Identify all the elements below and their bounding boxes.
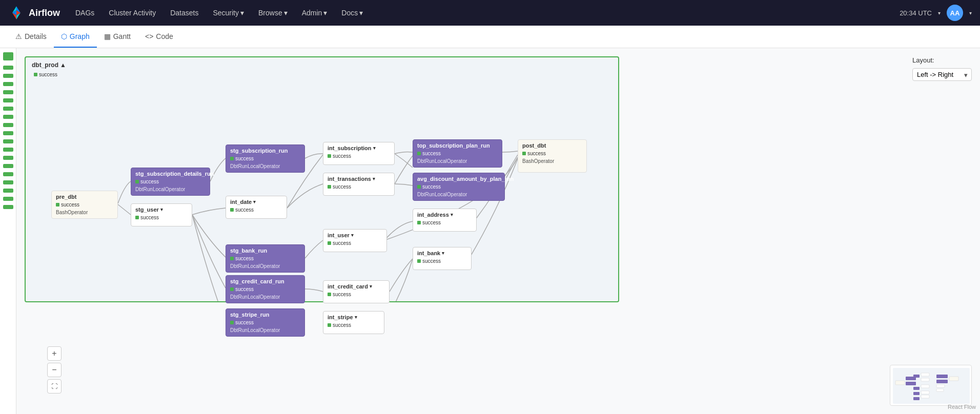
node-avg-discount-run[interactable]: avg_discount_amount_by_plan_run success … xyxy=(413,173,505,201)
nav-time: 20:34 UTC xyxy=(900,9,932,17)
layout-select[interactable]: Left -> Right Top -> Bottom xyxy=(912,68,972,81)
node-stg-sub-details-dot xyxy=(135,180,139,183)
svg-rect-23 xyxy=(936,389,944,391)
int-bank-chevron-icon: ▾ xyxy=(442,251,444,256)
sidebar-item-2[interactable] xyxy=(3,74,13,78)
browse-chevron-icon: ▾ xyxy=(284,9,288,17)
int-trans-chevron-icon: ▾ xyxy=(373,176,375,181)
node-stg-user[interactable]: stg_user ▾ success xyxy=(131,203,192,226)
node-int-address[interactable]: int_address ▾ success xyxy=(413,209,477,232)
tab-code[interactable]: <> Code xyxy=(138,26,180,48)
layout-select-wrap[interactable]: Left -> Right Top -> Bottom xyxy=(912,68,972,81)
airflow-logo-icon xyxy=(8,5,25,21)
user-avatar[interactable]: AA xyxy=(947,5,963,21)
group-status: success xyxy=(34,72,57,77)
sidebar-item-0[interactable] xyxy=(3,52,13,60)
sidebar-item-3[interactable] xyxy=(3,82,13,86)
admin-chevron-icon: ▾ xyxy=(323,9,327,17)
node-stg-credit-card-run[interactable]: stg_credit_card_run success DbtRunLocalO… xyxy=(226,275,305,303)
svg-rect-10 xyxy=(921,378,929,381)
edge-stg-user-stg-bank xyxy=(192,215,226,257)
edges-svg xyxy=(26,57,618,301)
edge-int-date-int-transactions xyxy=(287,184,323,208)
int-sub-chevron-icon: ▾ xyxy=(373,146,376,151)
sidebar-item-14[interactable] xyxy=(3,172,13,176)
nav-dags[interactable]: DAGs xyxy=(70,7,99,19)
node-top-sub-plan-run[interactable]: top_subscription_plan_run success DbtRun… xyxy=(413,139,502,168)
sidebar-item-11[interactable] xyxy=(3,148,13,152)
edge-stg-user-stg-credit xyxy=(192,215,226,288)
node-int-credit-card[interactable]: int_credit_card ▾ success xyxy=(323,280,390,303)
int-user-chevron-icon: ▾ xyxy=(351,233,354,238)
node-int-date[interactable]: int_date ▾ success xyxy=(226,196,287,219)
sidebar-item-4[interactable] xyxy=(3,90,13,94)
node-int-stripe[interactable]: int_stripe ▾ success xyxy=(323,311,384,334)
edge-stg-user-int-date xyxy=(192,208,226,215)
node-int-user[interactable]: int_user ▾ success xyxy=(323,229,387,252)
gantt-icon: ▦ xyxy=(104,32,111,40)
node-int-subscription[interactable]: int_subscription ▾ success xyxy=(323,142,395,165)
svg-rect-15 xyxy=(906,382,916,385)
sidebar-item-8[interactable] xyxy=(3,123,13,127)
sidebar-item-7[interactable] xyxy=(3,115,13,119)
tab-gantt[interactable]: ▦ Gantt xyxy=(97,26,138,48)
group-label: dbt_prod ▲ xyxy=(32,61,66,69)
svg-rect-7 xyxy=(895,381,905,385)
svg-rect-18 xyxy=(913,392,920,395)
security-chevron-icon: ▾ xyxy=(240,9,244,17)
layout-label: Layout: xyxy=(912,56,972,64)
edge-stg-sub-details-stg-sub-run xyxy=(210,158,226,181)
edge-pre-stg-user xyxy=(118,204,131,215)
details-icon: ⚠ xyxy=(15,32,22,40)
nav-admin[interactable]: Admin ▾ xyxy=(297,7,333,19)
sidebar-item-17[interactable] xyxy=(3,197,13,201)
sub-tabs: ⚠ Details ⬡ Graph ▦ Gantt <> Code xyxy=(0,26,980,48)
edge-int-trans-avg-discount xyxy=(395,184,413,185)
node-post-dbt[interactable]: post_dbt success BashOperator xyxy=(518,139,587,173)
sidebar-item-6[interactable] xyxy=(3,107,13,111)
group-chevron-icon: ▲ xyxy=(60,61,66,69)
node-pre-dbt-status-dot xyxy=(56,203,59,206)
svg-rect-11 xyxy=(921,385,929,388)
int-credit-chevron-icon: ▾ xyxy=(370,284,372,289)
svg-rect-12 xyxy=(921,391,929,394)
sidebar-item-9[interactable] xyxy=(3,131,13,135)
sidebar-item-10[interactable] xyxy=(3,139,13,143)
node-int-transactions[interactable]: int_transactions ▾ success xyxy=(323,173,395,196)
node-int-bank[interactable]: int_bank ▾ success xyxy=(413,247,472,270)
code-icon: <> xyxy=(145,32,153,40)
zoom-out-button[interactable]: − xyxy=(47,363,62,377)
node-pre-dbt-status: success xyxy=(61,202,79,208)
sidebar-item-18[interactable] xyxy=(3,205,13,209)
sidebar-item-13[interactable] xyxy=(3,164,13,168)
int-date-chevron-icon: ▾ xyxy=(253,199,256,204)
node-stg-stripe-run[interactable]: stg_stripe_run success DbtRunLocalOperat… xyxy=(226,308,305,337)
zoom-fit-button[interactable]: ⛶ xyxy=(47,379,62,394)
nav-security[interactable]: Security ▾ xyxy=(208,7,249,19)
int-address-chevron-icon: ▾ xyxy=(451,212,453,217)
nav-docs[interactable]: Docs ▾ xyxy=(336,7,368,19)
edge-stg-sub-run-int-sub xyxy=(305,154,323,158)
node-stg-bank-run[interactable]: stg_bank_run success DbtRunLocalOperator xyxy=(226,244,305,273)
nav-cluster-activity[interactable]: Cluster Activity xyxy=(104,7,161,19)
node-pre-dbt-label: pre_dbt xyxy=(56,194,76,200)
tab-graph[interactable]: ⬡ Graph xyxy=(54,26,97,48)
graph-area[interactable]: Layout: Left -> Right Top -> Bottom dbt_… xyxy=(16,48,980,414)
logo[interactable]: Airflow xyxy=(8,5,60,21)
node-stg-sub-details[interactable]: stg_subscription_details_run success Dbt… xyxy=(131,168,210,196)
zoom-in-button[interactable]: + xyxy=(47,346,62,361)
edge-int-trans-top-sub xyxy=(395,156,413,184)
nav-datasets[interactable]: Datasets xyxy=(165,7,203,19)
node-pre-dbt[interactable]: pre_dbt success BashOperator xyxy=(51,191,118,219)
node-stg-sub-run[interactable]: stg_subscription_run success DbtRunLocal… xyxy=(226,144,305,173)
nav-browse[interactable]: Browse ▾ xyxy=(253,7,293,19)
sidebar-item-5[interactable] xyxy=(3,98,13,102)
sidebar-item-12[interactable] xyxy=(3,156,13,160)
sidebar-item-1[interactable] xyxy=(3,66,13,70)
sidebar-item-15[interactable] xyxy=(3,180,13,184)
edge-stg-credit-int-credit xyxy=(305,289,323,292)
sidebar-item-16[interactable] xyxy=(3,189,13,193)
docs-chevron-icon: ▾ xyxy=(359,9,363,17)
edge-int-credit-int-bank xyxy=(390,259,413,292)
tab-details[interactable]: ⚠ Details xyxy=(8,26,54,48)
